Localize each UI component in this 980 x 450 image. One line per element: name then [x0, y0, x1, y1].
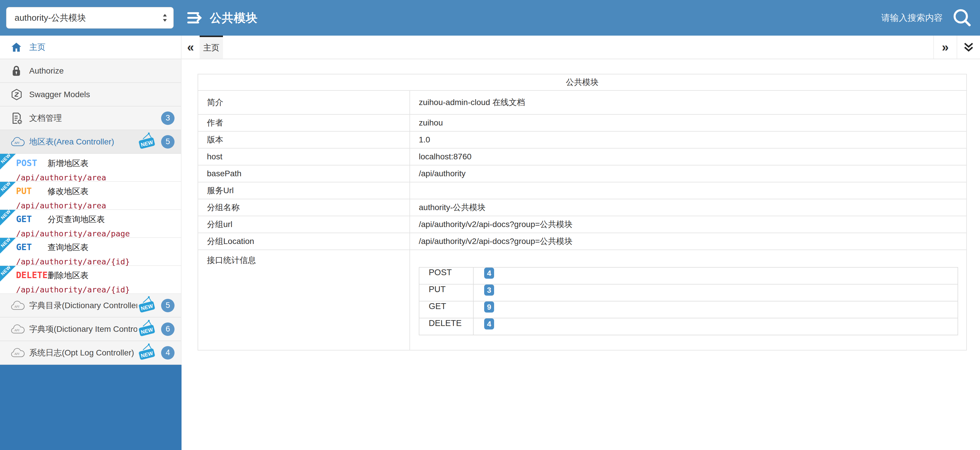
row-value: localhost:8760	[410, 148, 967, 165]
stats-count-badge: 4	[484, 318, 494, 329]
count-badge: 4	[161, 346, 175, 359]
row-value: zuihou-admin-cloud 在线文档	[410, 91, 967, 114]
api-name: 查询地区表	[48, 242, 88, 253]
svg-text:API: API	[14, 141, 19, 145]
row-label: 服务Url	[198, 182, 410, 199]
sidebar-item-doc-manage[interactable]: 文档管理 3	[0, 107, 181, 130]
table-row: 分组名称 authority-公共模块	[198, 199, 967, 216]
stats-row: DELETE 4	[419, 318, 958, 335]
http-method: DELETE	[16, 270, 48, 280]
api-stats-table: POST 4 PUT 3 GET 9	[419, 267, 958, 335]
row-label: basePath	[198, 165, 410, 182]
stats-count-badge: 4	[484, 268, 494, 279]
swagger-models-icon	[11, 88, 29, 101]
api-endpoint-list: NEW POST 新增地区表 /api/authority/area NEW P…	[0, 154, 181, 294]
svg-text:API: API	[14, 352, 19, 355]
stats-row: POST 4	[419, 267, 958, 284]
sidebar-item-dictionary-item-controller[interactable]: API 字典项(Dictionary Item Controller) NEW	[0, 318, 181, 341]
tab-bar: « 主页 »	[181, 36, 980, 59]
sidebar-item-label: 文档管理	[29, 113, 161, 124]
row-label: 接口统计信息	[198, 250, 410, 350]
content-area: 公共模块 简介 zuihou-admin-cloud 在线文档 作者 zuiho…	[181, 59, 980, 450]
row-label: 版本	[198, 131, 410, 148]
svg-text:API: API	[14, 328, 19, 332]
module-title: 公共模块	[198, 74, 967, 91]
stats-method: DELETE	[419, 318, 473, 335]
new-sign-icon: NEW	[137, 343, 156, 363]
sidebar-item-label: 字典项(Dictionary Item Controller)	[29, 324, 137, 335]
search-icon[interactable]	[953, 8, 972, 27]
sidebar: 主页 Authorize	[0, 36, 181, 450]
api-path: /api/authority/area/{id}	[16, 257, 178, 266]
api-endpoint-get-area-id[interactable]: NEW GET 查询地区表 /api/authority/area/{id}	[0, 238, 181, 266]
new-corner-badge: NEW	[0, 154, 16, 170]
sidebar-item-dictionary-controller[interactable]: API 字典目录(Dictionary Controller) NEW	[0, 294, 181, 318]
table-row: basePath /api/authority	[198, 165, 967, 182]
row-value: POST 4 PUT 3 GET 9	[410, 250, 967, 350]
sidebar-item-label: 主页	[29, 42, 175, 53]
table-row: 分组Location /api/authority/v2/api-docs?gr…	[198, 233, 967, 250]
stats-count-badge: 9	[484, 302, 494, 313]
sidebar-item-home[interactable]: 主页	[0, 36, 181, 59]
api-name: 分页查询地区表	[48, 214, 105, 225]
row-label: 作者	[198, 114, 410, 131]
row-label: 分组Location	[198, 233, 410, 250]
home-icon	[11, 41, 29, 53]
api-cloud-icon: API	[11, 301, 29, 310]
tab-scroll-right-icon[interactable]: »	[933, 36, 957, 59]
api-endpoint-delete-area[interactable]: NEW DELETE 删除地区表 /api/authority/area/{id…	[0, 266, 181, 294]
api-endpoint-put-area[interactable]: NEW PUT 修改地区表 /api/authority/area	[0, 182, 181, 210]
row-label: 分组url	[198, 216, 410, 233]
sidebar-item-label: 系统日志(Opt Log Controller)	[29, 347, 137, 358]
sidebar-item-swagger-models[interactable]: Swagger Models	[0, 83, 181, 107]
table-row: host localhost:8760	[198, 148, 967, 165]
top-bar: authority-公共模块 公共模块	[0, 0, 980, 36]
api-cloud-icon: API	[11, 324, 29, 334]
row-label: host	[198, 148, 410, 165]
table-row: 分组url /api/authority/v2/api-docs?group=公…	[198, 216, 967, 233]
table-row: 服务Url	[198, 182, 967, 199]
module-info-table: 公共模块 简介 zuihou-admin-cloud 在线文档 作者 zuiho…	[197, 74, 967, 350]
sidebar-item-area-controller[interactable]: API 地区表(Area Controller) NEW 5	[0, 130, 181, 154]
http-method: GET	[16, 214, 48, 224]
http-method: PUT	[16, 186, 48, 196]
tab-home[interactable]: 主页	[200, 36, 223, 59]
menu-collapse-icon[interactable]	[187, 11, 204, 24]
api-name: 新增地区表	[48, 158, 88, 169]
api-name: 修改地区表	[48, 186, 88, 197]
main-area: « 主页 » 公共模块 简介 zuihou-admin-cloud 在线文档	[181, 36, 980, 450]
group-select-value: authority-公共模块	[14, 12, 86, 24]
row-value	[410, 182, 967, 199]
tab-scroll-left-icon[interactable]: «	[181, 36, 200, 59]
brand: 公共模块	[187, 10, 258, 26]
table-row-stats: 接口统计信息 POST 4 PUT 3 G	[198, 250, 967, 350]
api-endpoint-get-area-page[interactable]: NEW GET 分页查询地区表 /api/authority/area/page	[0, 210, 181, 238]
row-label: 简介	[198, 91, 410, 114]
page-title: 公共模块	[210, 10, 258, 26]
api-endpoint-post-area[interactable]: NEW POST 新增地区表 /api/authority/area	[0, 154, 181, 182]
stats-method: POST	[419, 267, 473, 284]
stats-row: GET 9	[419, 301, 958, 318]
row-value: zuihou	[410, 114, 967, 131]
new-corner-badge: NEW	[0, 182, 16, 197]
tab-bar-spacer	[223, 36, 933, 59]
table-row: 作者 zuihou	[198, 114, 967, 131]
group-select[interactable]: authority-公共模块	[6, 7, 173, 29]
new-corner-badge: NEW	[0, 238, 16, 254]
search-input[interactable]	[849, 13, 943, 23]
svg-text:API: API	[14, 305, 19, 308]
tab-menu-chevron-down-icon[interactable]	[957, 36, 980, 59]
table-row: 简介 zuihou-admin-cloud 在线文档	[198, 91, 967, 114]
sidebar-item-label: 地区表(Area Controller)	[29, 136, 137, 147]
new-sign-icon: NEW	[137, 132, 156, 151]
api-cloud-icon: API	[11, 348, 29, 358]
count-badge: 5	[161, 299, 175, 312]
select-arrows-icon	[162, 13, 168, 23]
new-sign-icon: NEW	[137, 319, 156, 339]
api-path: /api/authority/area	[16, 201, 178, 210]
sidebar-item-opt-log-controller[interactable]: API 系统日志(Opt Log Controller) NEW	[0, 341, 181, 365]
new-corner-badge: NEW	[0, 210, 16, 226]
sidebar-item-authorize[interactable]: Authorize	[0, 59, 181, 83]
new-corner-badge: NEW	[0, 266, 16, 281]
api-path: /api/authority/area	[16, 173, 178, 182]
